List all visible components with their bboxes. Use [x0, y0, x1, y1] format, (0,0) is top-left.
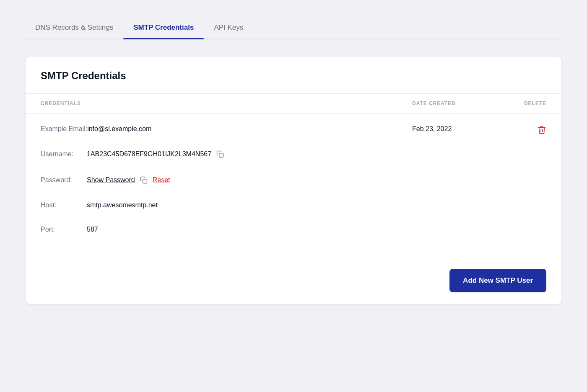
col-header-delete: DELETE — [496, 101, 546, 106]
port-value: 587 — [87, 226, 98, 233]
table-body: Example Email: info@sl.example.com Usern… — [26, 113, 561, 257]
copy-password-icon — [140, 176, 148, 184]
add-new-smtp-user-button[interactable]: Add New SMTP User — [449, 269, 546, 292]
tab-smtp[interactable]: SMTP Credentials — [123, 17, 204, 39]
password-value-area: Show Password Reset — [87, 175, 170, 185]
host-value: smtp.awesomesmtp.net — [87, 201, 158, 209]
host-row: Host: smtp.awesomesmtp.net — [41, 201, 412, 209]
username-row: Username: 1AB23C45D678EF9GH01IJK2L3M4N56… — [41, 150, 412, 159]
col-header-credentials: CREDENTIALS — [41, 101, 412, 106]
smtp-credentials-card: SMTP Credentials CREDENTIALS DATE CREATE… — [25, 56, 562, 304]
username-text: 1AB23C45D678EF9GH01IJK2L3M4N567 — [87, 150, 211, 158]
reset-password-button[interactable]: Reset — [153, 176, 170, 184]
example-email-value: info@sl.example.com — [87, 125, 151, 133]
password-row: Password: Show Password Reset — [41, 175, 412, 185]
username-value: 1AB23C45D678EF9GH01IJK2L3M4N567 — [87, 150, 225, 159]
trash-icon — [537, 125, 546, 134]
col-header-date-created: DATE CREATED — [412, 101, 496, 106]
table-header: CREDENTIALS DATE CREATED DELETE — [26, 94, 561, 113]
svg-rect-0 — [219, 153, 223, 157]
password-label: Password: — [41, 176, 87, 184]
copy-icon — [216, 150, 224, 158]
credentials-area: Example Email: info@sl.example.com Usern… — [41, 125, 412, 233]
card-footer: Add New SMTP User — [26, 257, 561, 304]
card-header: SMTP Credentials — [26, 57, 561, 94]
tab-dns[interactable]: DNS Records & Settings — [25, 17, 123, 39]
show-password-button[interactable]: Show Password — [87, 176, 135, 184]
credential-full-row: Example Email: info@sl.example.com Usern… — [41, 125, 546, 233]
username-label: Username: — [41, 150, 87, 158]
copy-username-button[interactable] — [216, 150, 225, 159]
example-email-row: Example Email: info@sl.example.com — [41, 125, 412, 133]
host-label: Host: — [41, 201, 87, 209]
delete-button[interactable] — [537, 125, 546, 134]
tabs-nav: DNS Records & Settings SMTP Credentials … — [25, 17, 562, 39]
port-label: Port: — [41, 226, 87, 233]
copy-password-button[interactable] — [139, 175, 148, 185]
port-row: Port: 587 — [41, 226, 412, 233]
tab-api[interactable]: API Keys — [204, 17, 253, 39]
card-title: SMTP Credentials — [41, 70, 546, 82]
example-email-label: Example Email: — [41, 125, 87, 133]
page-wrapper: DNS Records & Settings SMTP Credentials … — [25, 17, 562, 304]
date-created: Feb 23, 2022 — [412, 125, 496, 133]
svg-rect-1 — [143, 179, 147, 183]
